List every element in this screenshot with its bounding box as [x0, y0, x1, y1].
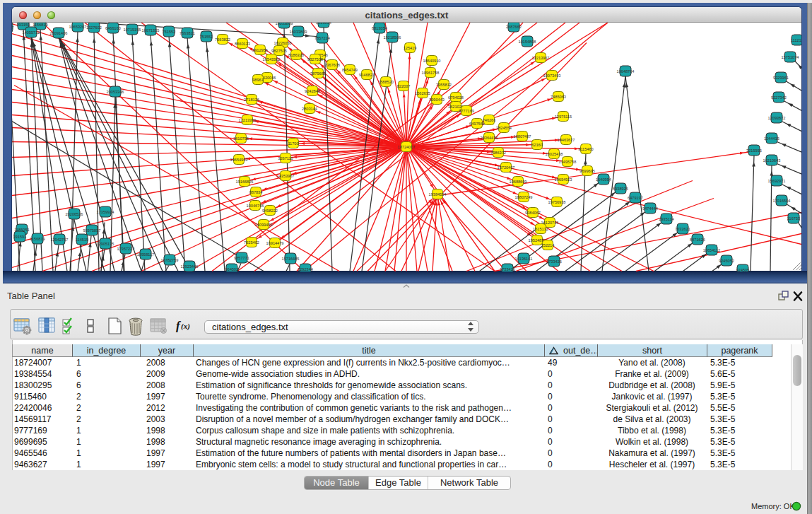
- svg-text:7663821: 7663821: [180, 30, 195, 35]
- svg-text:10719155: 10719155: [124, 27, 141, 31]
- svg-text:16210643: 16210643: [763, 158, 781, 162]
- svg-text:9245052: 9245052: [719, 258, 734, 262]
- svg-text:93975857: 93975857: [83, 228, 101, 232]
- svg-text:1244415: 1244415: [764, 136, 779, 140]
- svg-text:18226058: 18226058: [274, 40, 292, 45]
- svg-text:15751074: 15751074: [782, 54, 799, 59]
- svg-text:11700: 11700: [288, 141, 298, 145]
- svg-text:10958117: 10958117: [137, 252, 154, 256]
- svg-text:9699695: 9699695: [579, 168, 595, 173]
- svg-text:746266: 746266: [483, 117, 496, 122]
- svg-text:1610756: 1610756: [233, 136, 249, 140]
- svg-text:14136141: 14136141: [515, 256, 533, 260]
- svg-text:964502: 964502: [225, 267, 239, 271]
- svg-text:993159: 993159: [17, 23, 30, 27]
- svg-text:1562635: 1562635: [415, 90, 430, 95]
- svg-text:1640954: 1640954: [596, 177, 611, 181]
- svg-text:125419: 125419: [404, 45, 417, 49]
- svg-text:1156819: 1156819: [33, 23, 47, 27]
- svg-text:20206526: 20206526: [66, 211, 83, 216]
- svg-text:10648764: 10648764: [617, 69, 635, 73]
- svg-text:1156819: 1156819: [30, 236, 45, 240]
- svg-text:924505: 924505: [736, 267, 750, 271]
- svg-text:2367608: 2367608: [324, 62, 340, 66]
- svg-text:18640910: 18640910: [423, 58, 441, 62]
- svg-text:252214: 252214: [541, 243, 555, 247]
- svg-text:2935114: 2935114: [659, 216, 673, 221]
- svg-text:751552: 751552: [200, 34, 213, 38]
- svg-text:16033809: 16033809: [276, 23, 293, 25]
- svg-text:9777169: 9777169: [459, 108, 474, 112]
- svg-text:391591: 391591: [13, 234, 27, 238]
- svg-text:13495758: 13495758: [559, 159, 577, 163]
- svg-text:14099459: 14099459: [255, 222, 273, 226]
- svg-text:7625402: 7625402: [244, 240, 259, 244]
- svg-text:9329961: 9329961: [773, 75, 789, 79]
- svg-text:62160: 62160: [531, 142, 543, 146]
- svg-text:3267110: 3267110: [278, 156, 293, 160]
- svg-text:10154808: 10154808: [519, 39, 536, 43]
- svg-text:9146821: 9146821: [359, 72, 375, 76]
- svg-text:9857771: 9857771: [234, 255, 249, 259]
- svg-text:17359924: 17359924: [97, 209, 114, 214]
- svg-text:9327508: 9327508: [307, 57, 323, 61]
- svg-text:19384554: 19384554: [429, 192, 447, 196]
- svg-text:7955812: 7955812: [436, 82, 452, 86]
- svg-text:15692971: 15692971: [768, 178, 786, 182]
- svg-text:9084067: 9084067: [525, 210, 541, 214]
- svg-text:9227342: 9227342: [771, 95, 787, 99]
- svg-text:8454749: 8454749: [342, 67, 358, 71]
- svg-text:14353967: 14353967: [277, 173, 295, 177]
- svg-text:9827505: 9827505: [271, 48, 287, 52]
- svg-text:3875685: 3875685: [310, 71, 326, 75]
- svg-text:16914479: 16914479: [266, 240, 284, 245]
- svg-text:98961: 98961: [252, 77, 264, 81]
- svg-text:1990443: 1990443: [429, 97, 445, 101]
- svg-text:19218506: 19218506: [384, 35, 401, 39]
- svg-text:3824554: 3824554: [496, 125, 512, 129]
- svg-text:20364436: 20364436: [481, 135, 498, 139]
- svg-text:18807249: 18807249: [515, 194, 533, 199]
- svg-text:1292344: 1292344: [298, 267, 313, 271]
- svg-text:9242848: 9242848: [305, 88, 320, 93]
- svg-text:10046766: 10046766: [247, 203, 264, 207]
- svg-text:20053346: 20053346: [107, 89, 124, 93]
- svg-text:1733426: 1733426: [546, 259, 562, 263]
- svg-text:887834: 887834: [249, 189, 263, 194]
- svg-text:19654923: 19654923: [555, 177, 572, 181]
- svg-text:6466160: 6466160: [105, 25, 121, 30]
- svg-text:12923446: 12923446: [181, 264, 199, 268]
- svg-text:19654963: 19654963: [230, 157, 248, 161]
- svg-text:8813054: 8813054: [372, 25, 387, 30]
- svg-text:2718126: 2718126: [244, 97, 259, 101]
- svg-text:16033809: 16033809: [290, 29, 307, 33]
- svg-text:12905135: 12905135: [97, 241, 114, 245]
- svg-text:8938925: 8938925: [613, 186, 628, 190]
- svg-text:14055712: 14055712: [23, 30, 40, 34]
- svg-text:18724007: 18724007: [398, 144, 416, 148]
- svg-text:(x): (x): [181, 322, 190, 331]
- svg-text:12093872: 12093872: [768, 115, 786, 119]
- svg-text:995087: 995087: [12, 25, 13, 29]
- svg-text:12213967: 12213967: [532, 55, 550, 59]
- svg-text:16782759: 16782759: [161, 257, 179, 262]
- svg-text:19756928: 19756928: [548, 199, 566, 204]
- svg-text:1588520: 1588520: [378, 79, 394, 83]
- svg-text:10654112: 10654112: [703, 247, 720, 252]
- svg-text:8912956: 8912956: [252, 47, 268, 52]
- svg-text:12213369: 12213369: [239, 117, 257, 122]
- svg-text:8660123: 8660123: [235, 41, 250, 45]
- svg-text:9498222: 9498222: [262, 208, 278, 212]
- svg-text:7632621: 7632621: [675, 226, 690, 230]
- svg-text:7857224: 7857224: [314, 35, 330, 40]
- svg-text:12975115: 12975115: [555, 114, 572, 118]
- svg-text:16543362: 16543362: [263, 57, 281, 61]
- svg-text:2803144: 2803144: [302, 106, 317, 110]
- svg-text:10973493: 10973493: [543, 73, 561, 77]
- svg-text:9474444: 9474444: [642, 206, 658, 210]
- svg-text:8813054: 8813054: [316, 23, 331, 25]
- svg-text:114519: 114519: [76, 237, 88, 241]
- svg-text:19166825: 19166825: [236, 179, 254, 183]
- svg-text:15720407: 15720407: [498, 165, 515, 169]
- svg-text:17957223: 17957223: [117, 246, 135, 250]
